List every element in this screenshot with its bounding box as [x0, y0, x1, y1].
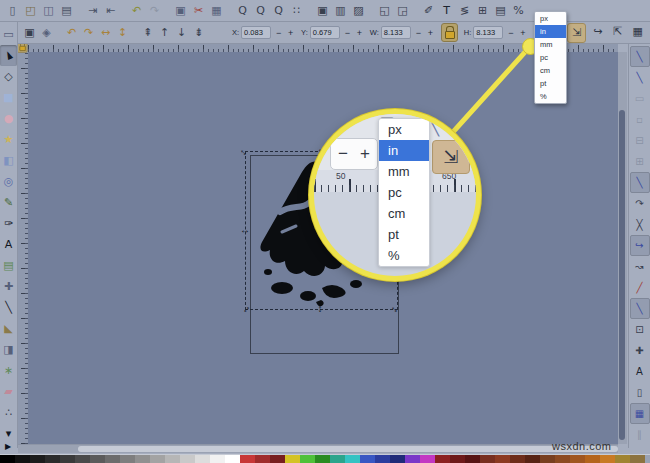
- snap-midpoints-button[interactable]: ╱: [630, 277, 650, 298]
- y-input[interactable]: 0.679: [310, 26, 340, 39]
- zoom-selection-button[interactable]: Q: [235, 2, 250, 20]
- scale-pattern-toggle-button[interactable]: ▦: [629, 23, 646, 41]
- unit-in-option[interactable]: in: [535, 25, 566, 38]
- palette-swatch[interactable]: [480, 455, 495, 463]
- palette-swatch[interactable]: [420, 455, 435, 463]
- raise-button[interactable]: ↑: [157, 24, 172, 42]
- palette-swatch[interactable]: [360, 455, 375, 463]
- flip-vertical-button[interactable]: ↕: [115, 24, 130, 42]
- snap-bbox-edges-button[interactable]: ▭: [630, 88, 650, 109]
- palette-swatch[interactable]: [390, 455, 405, 463]
- fill-stroke-dialog-button[interactable]: ✐: [421, 2, 436, 20]
- text-tool-button[interactable]: A: [0, 234, 17, 255]
- measure-tool-button[interactable]: ▭: [0, 24, 17, 45]
- height-increment-button[interactable]: +: [518, 28, 527, 38]
- box3d-tool-button[interactable]: ◧: [0, 150, 17, 171]
- unit-pc-option[interactable]: pc: [535, 51, 566, 64]
- unlink-clone-button[interactable]: ▨: [351, 2, 366, 20]
- x-input[interactable]: 0.083: [241, 26, 271, 39]
- paste-button[interactable]: ▦: [209, 2, 224, 20]
- duplicate-button[interactable]: ▣: [315, 2, 330, 20]
- cut-button[interactable]: ✂: [191, 2, 206, 20]
- snap-bbox-corners-button[interactable]: ▫: [630, 109, 650, 130]
- selector-tool-button[interactable]: ►: [0, 45, 17, 66]
- vertical-scrollbar[interactable]: [618, 52, 627, 444]
- clone-button[interactable]: ▥: [333, 2, 348, 20]
- unit-cm-option[interactable]: cm: [535, 64, 566, 77]
- deselect-button[interactable]: ◈: [39, 24, 54, 42]
- palette-swatch[interactable]: [255, 455, 270, 463]
- palette-swatch[interactable]: [150, 455, 165, 463]
- spray-tool-button[interactable]: ∗: [0, 360, 17, 381]
- snap-others-button[interactable]: ╲: [630, 298, 650, 319]
- palette-swatch[interactable]: [450, 455, 465, 463]
- select-all-button[interactable]: ▣: [22, 24, 37, 42]
- preferences-button[interactable]: %: [511, 2, 526, 20]
- unit-mm-option[interactable]: mm: [535, 38, 566, 51]
- snap-path-intersections-button[interactable]: ╳: [630, 214, 650, 235]
- height-input[interactable]: 8.133: [473, 26, 503, 39]
- group-button[interactable]: ◱: [377, 2, 392, 20]
- palette-swatch[interactable]: [525, 455, 540, 463]
- palette-swatch[interactable]: [555, 455, 570, 463]
- save-document-button[interactable]: ◫: [41, 2, 56, 20]
- scale-corners-toggle-button[interactable]: ↪: [589, 23, 606, 41]
- snap-grids-button[interactable]: ▦: [630, 403, 650, 424]
- open-document-button[interactable]: ◰: [23, 2, 38, 20]
- calligraphy-tool-button[interactable]: ✑: [0, 213, 17, 234]
- import-button[interactable]: ⇥: [85, 2, 100, 20]
- snap-bbox-midpoints-button[interactable]: ⊟: [630, 130, 650, 151]
- bucket-tool-button[interactable]: ◣: [0, 318, 17, 339]
- palette-swatch[interactable]: [135, 455, 150, 463]
- palette-swatch[interactable]: [270, 455, 285, 463]
- scale-stroke-toggle-button[interactable]: ⇲: [567, 23, 586, 43]
- document-properties-button[interactable]: ▤: [493, 2, 508, 20]
- scale-gradient-toggle-button[interactable]: ⇱: [609, 23, 626, 41]
- palette-swatch[interactable]: [165, 455, 180, 463]
- snap-object-centers-button[interactable]: ⊡: [630, 319, 650, 340]
- snap-page-border-button[interactable]: ▯: [630, 382, 650, 403]
- palette-swatch[interactable]: [120, 455, 135, 463]
- ellipse-tool-button[interactable]: ●: [0, 108, 17, 129]
- horizontal-scrollbar[interactable]: [18, 444, 618, 453]
- palette-swatch[interactable]: [180, 455, 195, 463]
- palette-swatch[interactable]: [30, 455, 45, 463]
- text-dialog-button[interactable]: T: [439, 2, 454, 20]
- zoom-drawing-button[interactable]: Q: [253, 2, 268, 20]
- palette-swatch[interactable]: [495, 455, 510, 463]
- palette-swatch[interactable]: [240, 455, 255, 463]
- copy-button[interactable]: ▣: [173, 2, 188, 20]
- connector-tool-button[interactable]: ∴: [0, 402, 17, 423]
- node-tool-button[interactable]: ◇: [0, 66, 17, 87]
- zoom-page-button[interactable]: Q: [271, 2, 286, 20]
- palette-swatch[interactable]: [435, 455, 450, 463]
- palette-swatch[interactable]: [600, 455, 615, 463]
- palette-swatch[interactable]: [615, 455, 630, 463]
- snap-bbox-centers-button[interactable]: ⊞: [630, 151, 650, 172]
- new-document-button[interactable]: ▯: [5, 2, 20, 20]
- palette-swatch[interactable]: [0, 455, 15, 463]
- palette-swatch[interactable]: [75, 455, 90, 463]
- palette-swatch[interactable]: [330, 455, 345, 463]
- unit-percent-option[interactable]: %: [535, 90, 566, 103]
- raise-to-top-button[interactable]: ⇞: [140, 24, 155, 42]
- print-document-button[interactable]: ▤: [59, 2, 74, 20]
- pencil-tool-button[interactable]: ✎: [0, 192, 17, 213]
- width-decrement-button[interactable]: −: [414, 28, 423, 38]
- lower-button[interactable]: ↓: [174, 24, 189, 42]
- undo-button[interactable]: ↶: [129, 2, 144, 20]
- rectangle-tool-button[interactable]: ■: [0, 87, 17, 108]
- y-decrement-button[interactable]: −: [343, 28, 352, 38]
- unit-pt-option[interactable]: pt: [535, 77, 566, 90]
- snap-cusp-nodes-button[interactable]: ↪: [630, 235, 650, 256]
- palette-swatch[interactable]: [375, 455, 390, 463]
- rotate-ccw-button[interactable]: ↶: [64, 24, 79, 42]
- palette-swatch[interactable]: [570, 455, 585, 463]
- dropper-tool-button[interactable]: ╲: [0, 297, 17, 318]
- height-decrement-button[interactable]: −: [506, 28, 515, 38]
- palette-swatch[interactable]: [60, 455, 75, 463]
- snap-enable-button[interactable]: ╲: [630, 46, 650, 67]
- palette-swatch[interactable]: [315, 455, 330, 463]
- rotate-cw-button[interactable]: ↷: [81, 24, 96, 42]
- snap-text-baseline-button[interactable]: A: [630, 361, 650, 382]
